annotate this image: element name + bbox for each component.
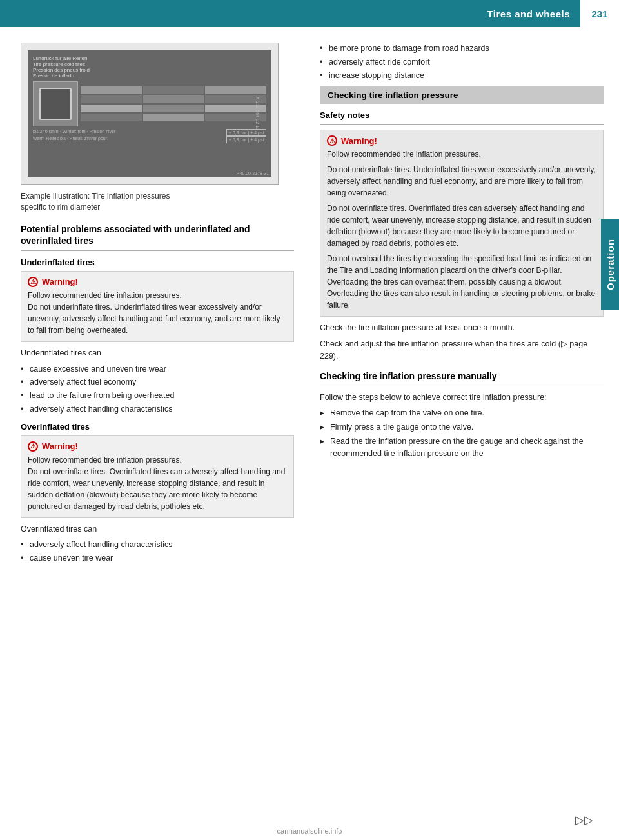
underinflated-intro: Underinflated tires can [21, 347, 294, 359]
step-item: Remove the cap from the valve on one tir… [320, 407, 604, 419]
right-warning-title: ⚠ Warning! [327, 135, 596, 146]
warning-icon-right: ⚠ [327, 135, 337, 146]
bullet-item: cause excessive and uneven tire wear [21, 363, 294, 375]
header-title: Tires and wheels [487, 8, 580, 19]
bullet-item: be more prone to damage from road hazard… [320, 43, 604, 55]
bullet-item: increase stopping distance [320, 70, 604, 82]
check-text1: Check the tire inflation pressure at lea… [320, 322, 604, 334]
overinflated-bullets: adversely affect handling characteristic… [21, 539, 294, 565]
underinflated-warning-title: ⚠ Warning! [28, 277, 287, 287]
tire-image: Luftdruck für alle ReifenTire pressure c… [21, 43, 279, 185]
warning-icon-underinflated: ⚠ [28, 277, 38, 287]
step-item: Firmly press a tire gauge onto the valve… [320, 421, 604, 434]
divider-safety [320, 124, 604, 125]
steps-list: Remove the cap from the valve on one tir… [320, 407, 604, 459]
right-warning-text3: Do not overinflate tires. Overinflated t… [327, 203, 596, 249]
header-title-box: Tires and wheels 231 [487, 0, 619, 27]
underinflated-warning-box: ⚠ Warning! Follow recommended tire infla… [21, 271, 294, 342]
check-text2: Check and adjust the tire inflation pres… [320, 338, 604, 363]
step-item: Read the tire inflation pressure on the … [320, 435, 604, 460]
overinflated-warning-text1: Follow recommended tire inflation pressu… [28, 454, 287, 466]
overinflated-warning-text2: Do not overinflate tires. Overinflated t… [28, 466, 287, 512]
footer-nav: ▷▷ [575, 813, 593, 827]
warning-icon-overinflated: ⚠ [28, 441, 38, 452]
right-column: be more prone to damage from road hazard… [310, 43, 619, 570]
operation-tab: Operation [601, 219, 619, 310]
follow-text: Follow the steps below to achieve correc… [320, 392, 604, 404]
image-pcode: P40.00-2178-31 [237, 171, 269, 175]
bullet-item: adversely affect ride comfort [320, 56, 604, 68]
safety-notes-heading: Safety notes [320, 110, 604, 120]
bullet-item: adversely affect handling characteristic… [21, 539, 294, 551]
right-top-bullets: be more prone to damage from road hazard… [320, 43, 604, 81]
right-warning-text2: Do not underinflate tires. Underinflated… [327, 164, 596, 199]
main-content: Luftdruck für alle ReifenTire pressure c… [0, 27, 619, 570]
bullet-item: adversely affect handling characteristic… [21, 403, 294, 415]
underinflated-warning-text1: Follow recommended tire inflation pressu… [28, 290, 287, 301]
checking-pressure-heading: Checking tire inflation pressure [320, 86, 604, 104]
bullet-item: cause uneven tire wear [21, 552, 294, 565]
overinflated-warning-box: ⚠ Warning! Follow recommended tire infla… [21, 435, 294, 518]
left-column: Luftdruck für alle ReifenTire pressure c… [0, 43, 310, 570]
header-bar: Tires and wheels 231 [0, 0, 619, 27]
divider-manually [320, 386, 604, 386]
watermark: carmanualsoline.info [277, 827, 342, 835]
bullet-item: lead to tire failure from being overheat… [21, 390, 294, 402]
bullet-item: adversely affect fuel economy [21, 376, 294, 388]
right-warning-box: ⚠ Warning! Follow recommended tire infla… [320, 130, 604, 317]
right-warning-text4: Do not overload the tires by exceeding t… [327, 253, 596, 311]
right-warning-text1: Follow recommended tire inflation pressu… [327, 148, 596, 160]
divider-potential [21, 250, 294, 251]
overinflated-intro: Overinflated tires can [21, 523, 294, 535]
underinflated-bullets: cause excessive and uneven tire wear adv… [21, 363, 294, 415]
underinflated-warning-text2: Do not underinflate tires. Underinflated… [28, 301, 287, 336]
overinflated-heading: Overinflated tires [21, 422, 294, 432]
checking-manually-heading: Checking tire inflation pressure manuall… [320, 370, 604, 382]
image-caption: Example illustration: Tire inflation pre… [21, 191, 294, 213]
underinflated-heading: Underinflated tires [21, 257, 294, 267]
page-number: 231 [580, 0, 619, 27]
potential-problems-heading: Potential problems associated with under… [21, 223, 294, 246]
overinflated-warning-title: ⚠ Warning! [28, 441, 287, 452]
